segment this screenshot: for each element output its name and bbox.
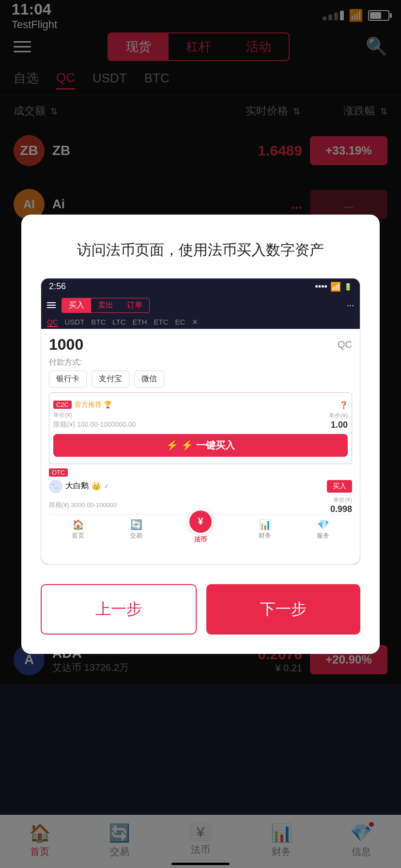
inner-finance-icon: 📊 [259,519,271,530]
inner-tab-buy: 买入 [62,298,91,312]
otc-section: OTC 🦢 大白鹅 👑 ✓ 买入 限额(¥) 3000.00-100000 [49,468,352,514]
inner-sub-nav: QC USDT BTC LTC ETH ETC EC ✕ [41,316,360,329]
inner-fabi-symbol: ¥ [198,516,203,527]
official-label: 官方推荐 🏆 [75,401,112,409]
inner-tab-sell: 卖出 [91,298,120,312]
inner-nav-trade: 🔄 交易 [130,519,142,554]
inner-amount: 1000 [49,336,83,354]
c2c-unit-label: 单价(¥) [329,412,348,420]
inner-pay-bank: 银行卡 [49,371,87,388]
inner-sub-usdt: USDT [65,318,85,327]
next-button[interactable]: 下一步 [206,584,360,635]
inner-unit-price-label: 单价(¥) [53,411,136,419]
merchant-limit: 限额(¥) 3000.00-100000 [49,501,117,510]
merchant-cert: ✓ [104,483,109,490]
modal: 访问法币页面，使用法币买入数字资产 2:56 ▪▪▪▪ 📶 🔋 买入 卖出 [21,215,380,654]
modal-overlay: 访问法币页面，使用法币买入数字资产 2:56 ▪▪▪▪ 📶 🔋 买入 卖出 [0,0,401,868]
merchant-buy-button[interactable]: 买入 [327,480,352,493]
inner-nav-finance-label: 财务 [259,531,271,540]
inner-time: 2:56 [49,281,66,292]
inner-nav-fabi-label: 法币 [194,535,207,544]
inner-nav-home-label: 首页 [72,531,84,540]
inner-tabs: 买入 卖出 订单 [62,298,150,313]
inner-hamburger [47,302,56,308]
inner-sub-qc: QC [47,318,58,327]
modal-buttons: 上一步 下一步 [41,584,360,635]
otc-unit-label: 单价(¥) [330,496,352,504]
merchant-icon: 🦢 [49,480,62,493]
help-icon: ❓ [339,401,348,409]
inner-service-icon: 💎 [317,519,329,530]
merchant-info: 🦢 大白鹅 👑 ✓ [49,480,109,493]
inner-payment-label: 付款方式: [49,357,352,368]
inner-more: ··· [347,300,354,310]
inner-nav-home: 🏠 首页 [72,519,84,554]
inner-nav-finance: 📊 财务 [259,519,271,554]
inner-nav-service: 💎 服务 [317,519,329,554]
inner-battery: 🔋 [344,283,352,291]
merchant-row: 🦢 大白鹅 👑 ✓ 买入 [49,477,352,496]
merchant-name: 大白鹅 [65,481,89,491]
home-indicator [171,863,230,865]
inner-signal: ▪▪▪▪ [315,281,327,292]
lightning-icon: ⚡ [166,439,178,451]
inner-wifi: 📶 [330,281,341,292]
inner-unit: QC [338,339,352,350]
one-click-label: ⚡ 一键买入 [181,439,235,452]
inner-tab-order: 订单 [120,298,149,312]
inner-sub-etc: ETC [154,318,169,327]
modal-screenshot: 2:56 ▪▪▪▪ 📶 🔋 买入 卖出 订单 ··· [41,278,360,565]
c2c-price: 1.00 [329,420,348,430]
inner-fab-fabi: ¥ [188,509,213,534]
merchant-price: 0.998 [330,504,352,514]
inner-sub-ltc: LTC [112,318,125,327]
modal-title: 访问法币页面，使用法币买入数字资产 [41,239,360,261]
inner-bottom-nav: 🏠 首页 🔄 交易 ¥ 法币 📊 财务 [49,514,352,558]
inner-pay-alipay: 支付宝 [92,371,129,388]
inner-nav-service-label: 服务 [317,531,329,540]
inner-limit: 限额(¥) 100.00-1000000.00 [53,420,136,429]
merchant-badge: 👑 [92,481,101,491]
inner-sub-btc: BTC [91,318,106,327]
c2c-badge: C2C [53,401,72,409]
otc-badge: OTC [49,468,68,477]
inner-nav-fabi: ¥ 法币 [188,509,213,544]
inner-sub-more: ✕ [192,318,198,327]
inner-home-icon: 🏠 [72,519,84,530]
one-click-buy-button[interactable]: ⚡ ⚡ 一键买入 [53,434,348,457]
inner-sub-ec: EC [175,318,185,327]
inner-trade-icon: 🔄 [130,519,142,530]
inner-pay-wechat: 微信 [134,371,164,388]
inner-card: 1000 QC 付款方式: 银行卡 支付宝 微信 C2C 官方推荐 🏆 ❓ [41,329,360,564]
inner-nav-trade-label: 交易 [130,531,142,540]
prev-button[interactable]: 上一步 [41,584,197,635]
inner-payment-methods: 银行卡 支付宝 微信 [49,371,352,388]
inner-sub-eth: ETH [133,318,147,327]
